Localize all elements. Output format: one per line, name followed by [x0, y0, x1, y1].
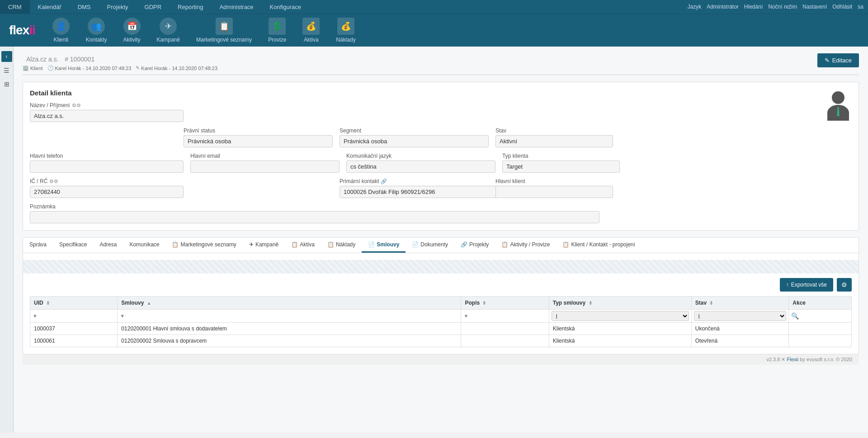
kampane-icon: ✈ [160, 18, 177, 35]
segment-input[interactable] [340, 135, 489, 147]
filter-typ-select[interactable]: | [552, 311, 689, 321]
nav-klienti[interactable]: 👤 Klienti [44, 14, 78, 47]
ic-label: IČ / RČ ⚙⚙ [30, 178, 184, 184]
table-settings-btn[interactable]: ⚙ [837, 278, 852, 292]
th-stav[interactable]: Stav ⇕ [691, 297, 789, 310]
marketingove-label: Marketingové seznamy [196, 37, 252, 43]
filter-uid-icon: ▼ [33, 313, 38, 319]
kontakty-label: Kontakty [86, 37, 107, 43]
provize-icon: 💲 [269, 18, 286, 35]
sidebar: ‹ ☰ ⊞ [0, 47, 14, 433]
top-nav-item-projekty[interactable]: Projekty [99, 0, 137, 14]
footer-by: by evosoft s.r.o. [800, 357, 835, 362]
aktiva-tab-icon: 📋 [291, 241, 298, 248]
nav-provize[interactable]: 💲 Provize [260, 14, 294, 47]
avatar-head [832, 91, 844, 104]
typ-klienta-input[interactable] [502, 160, 620, 173]
th-popis[interactable]: Popis ⇕ [461, 297, 549, 310]
tab-adresa[interactable]: Adresa [93, 238, 123, 253]
meta-klient: 🏢 Klient [23, 65, 43, 71]
smlouvy-table: UID ⇕ Smlouvy ▲ Popis ⇕ [30, 296, 852, 347]
cell-uid-1: 1000037 [30, 323, 118, 335]
nazev-input[interactable] [30, 110, 184, 122]
tab-kampane[interactable]: ✈ Kampaně [243, 238, 285, 253]
tab-klient-kontakt[interactable]: 📋 Klient / Kontakt - propojení [556, 238, 641, 253]
detail-section: Detail klienta Název / Příjmení ⚙⚙ [23, 82, 859, 231]
tab-specifikace[interactable]: Specifikace [53, 238, 93, 253]
tab-dokumenty[interactable]: 📄 Dokumenty [406, 238, 454, 253]
tabs-container: Správa Specifikace Adresa Komunikace 📋 M… [23, 237, 859, 354]
tab-aktivity-provize[interactable]: 📋 Aktivity / Provize [495, 238, 556, 253]
top-nav-item-kalendar[interactable]: Kalendář [30, 0, 70, 14]
hlavni-telefon-input[interactable] [30, 160, 184, 173]
top-nav-item-konfigurace[interactable]: Konfigurace [262, 0, 309, 14]
komunikacni-jazyk-label: Komunikační jazyk [346, 153, 495, 159]
th-akce: Akce [789, 297, 852, 310]
sidebar-grid-icon[interactable]: ⊞ [2, 79, 12, 89]
main-content: Alza.cz a.s. # 1000001 🏢 Klient 🕐 Karel … [14, 47, 868, 433]
edit-button[interactable]: ✎ Editace [817, 53, 859, 67]
top-nav-item-dms[interactable]: DMS [70, 0, 99, 14]
settings-btn[interactable]: Nastavení [802, 4, 827, 10]
uid-sort-icon: ⇕ [46, 301, 50, 306]
pravni-status-input[interactable] [184, 135, 333, 147]
filter-popis-icon: ▼ [463, 313, 468, 319]
logout-btn[interactable]: Odhlásit [832, 4, 852, 10]
filter-stav-select[interactable]: | [694, 311, 787, 321]
cell-stav-2: Otevřená [691, 335, 789, 347]
stav-input[interactable] [495, 135, 613, 147]
kampane-tab-icon: ✈ [249, 241, 254, 248]
tab-komunikace[interactable]: Komunikace [123, 238, 165, 253]
nav-naklady[interactable]: 💰 Náklady [328, 14, 363, 47]
logo-text-ii: ii [29, 23, 35, 37]
page-title: Alza.cz a.s. # 1000001 [23, 53, 217, 64]
filter-typ: | [549, 310, 691, 323]
nav-marketingove-seznamy[interactable]: 📋 Marketingové seznamy [188, 14, 260, 47]
tab-aktiva[interactable]: 📋 Aktiva [285, 238, 321, 253]
th-typ-smlouvy[interactable]: Typ smlouvy ⇕ [549, 297, 691, 310]
tab-smlouvy[interactable]: 📄 Smlouvy [362, 238, 406, 253]
sidebar-list-icon[interactable]: ☰ [2, 66, 12, 75]
nav-kampane[interactable]: ✈ Kampaně [149, 14, 188, 47]
dokumenty-tab-icon: 📄 [412, 241, 419, 248]
footer-flexii-link[interactable]: Flexii [787, 357, 800, 362]
hlavni-email-input[interactable] [190, 160, 340, 173]
ic-input[interactable] [30, 186, 184, 198]
poznamka-input[interactable] [30, 211, 599, 223]
kampane-label: Kampaně [157, 37, 180, 43]
main-layout: ‹ ☰ ⊞ Alza.cz a.s. # 1000001 🏢 Klient 🕐 [0, 47, 868, 433]
header-divider [23, 75, 859, 75]
night-mode-btn[interactable]: Noční režim [768, 4, 797, 10]
aktivity-label: Aktivity [123, 37, 141, 43]
top-nav-item-gdpr[interactable]: GDPR [137, 0, 170, 14]
cell-popis-1 [461, 323, 549, 335]
table-row: 1000037 0120200001 Hlavní smlouva s doda… [30, 323, 852, 335]
export-btn[interactable]: ↑ Exportovat vše [780, 278, 833, 292]
meta-created: 🕐 Karel Horák - 14.10.2020 07:48:23 [47, 65, 132, 71]
hlavni-klient-input[interactable] [495, 186, 613, 198]
tab-sprava[interactable]: Správa [23, 238, 53, 253]
avatar [825, 89, 852, 121]
nav-aktiva[interactable]: 💰 Aktiva [294, 14, 328, 47]
stav-label: Stav [495, 127, 613, 134]
lang-btn[interactable]: Jazyk [687, 4, 701, 10]
page-id: # 1000001 [65, 56, 94, 63]
th-uid[interactable]: UID ⇕ [30, 297, 118, 310]
komunikacni-jazyk-input[interactable] [346, 160, 495, 173]
sidebar-back-btn[interactable]: ‹ [1, 51, 12, 62]
top-nav-item-reporting[interactable]: Reporting [170, 0, 211, 14]
top-nav-item-crm[interactable]: CRM [0, 0, 30, 14]
tab-marketingove-seznamy[interactable]: 📋 Marketingové seznamy [165, 238, 242, 253]
nav-kontakty[interactable]: 👥 Kontakty [78, 14, 115, 47]
tab-naklady[interactable]: 📋 Náklady [321, 238, 362, 253]
nav-aktivity[interactable]: 📅 Aktivity [115, 14, 149, 47]
cell-smlouvy-1: 0120200001 Hlavní smlouva s dodavatelem [118, 323, 461, 335]
top-nav-item-administrace[interactable]: Administrace [211, 0, 261, 14]
gear-icon: ⚙ [841, 281, 847, 288]
aktiva-icon: 💰 [302, 18, 320, 35]
tab-projekty[interactable]: 🔗 Projekty [454, 238, 495, 253]
th-smlouvy[interactable]: Smlouvy ▲ [118, 297, 461, 310]
search-btn[interactable]: Hledání [744, 4, 763, 10]
avatar-tie [836, 107, 840, 116]
filter-search-btn[interactable]: 🔍 [791, 312, 799, 320]
